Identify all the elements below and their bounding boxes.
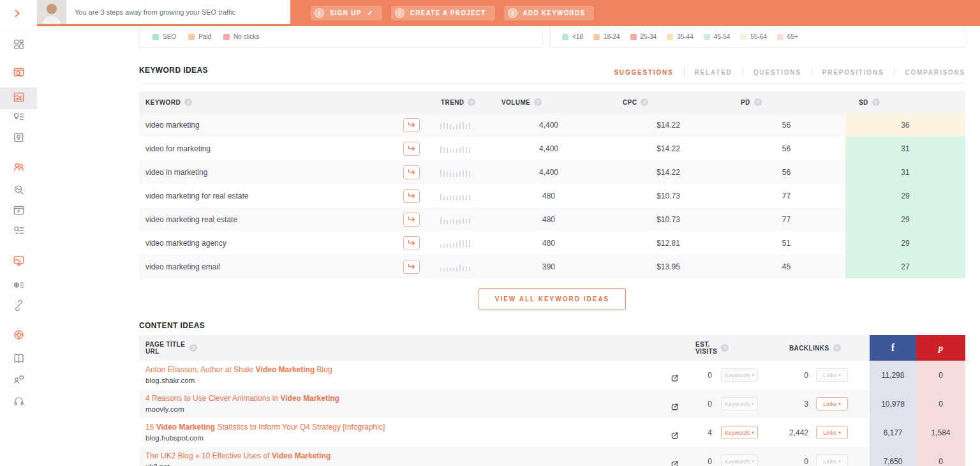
info-icon[interactable]: ? xyxy=(872,98,880,106)
sd-value: 36 xyxy=(845,113,965,137)
avatar xyxy=(37,0,66,24)
keyword-text: video marketing for real estate xyxy=(145,192,248,200)
onboarding-message-bar: You are 3 steps away from growing your S… xyxy=(37,0,290,26)
chevron-down-icon: ▾ xyxy=(752,430,755,435)
sidebar-item-support[interactable] xyxy=(0,391,37,412)
search-list-icon xyxy=(13,225,25,239)
copy-keyword-button[interactable] xyxy=(403,189,420,203)
info-icon[interactable]: ? xyxy=(754,98,762,106)
sidebar-item-backlink-overview[interactable] xyxy=(0,275,37,297)
chevron-down-icon: ▾ xyxy=(838,459,841,464)
copy-keyword-button[interactable] xyxy=(403,236,420,250)
legend-swatch xyxy=(630,34,637,40)
chevron-down-icon: ▾ xyxy=(752,459,755,464)
info-icon[interactable]: ? xyxy=(468,98,475,106)
step-create-project[interactable]: 2 CREATE A PROJECT xyxy=(391,6,495,20)
keywords-dropdown[interactable]: Keywords▾ xyxy=(721,368,758,382)
sidebar-item-academy[interactable] xyxy=(0,349,37,370)
facebook-shares-value: 10,978 xyxy=(870,389,916,418)
sidebar-item-dashboard[interactable] xyxy=(0,34,37,56)
sidebar-item-content-ideas[interactable] xyxy=(0,128,37,149)
info-icon[interactable]: ? xyxy=(721,344,729,352)
step-add-keywords[interactable]: 3 ADD KEYWORDS xyxy=(504,6,595,20)
copy-keyword-button[interactable] xyxy=(403,142,420,156)
content-ideas-title: CONTENT IDEAS xyxy=(139,321,205,330)
age-range-legend-card: <18 18-24 25-34 35-44 45-54 55-64 65+ xyxy=(550,26,965,48)
sidebar-item-competitor-analysis[interactable] xyxy=(0,157,37,179)
keyword-table-header: KEYWORD? TREND? VOLUME? CPC? PD? SD? xyxy=(139,91,965,113)
tab-separator xyxy=(812,68,812,76)
step-sign-up[interactable]: 1 SIGN UP ✓ xyxy=(311,6,382,20)
keyword-text: video marketing agency xyxy=(145,239,226,248)
links-dropdown[interactable]: Links▾ xyxy=(816,368,848,382)
info-icon[interactable]: ? xyxy=(189,344,197,352)
sidebar-item-keyword-overview[interactable] xyxy=(0,87,37,109)
info-icon[interactable]: ? xyxy=(641,98,648,106)
copy-keyword-button[interactable] xyxy=(403,213,420,227)
tab-comparisons[interactable]: COMPARISONS xyxy=(905,69,965,76)
facebook-column-header: f xyxy=(870,335,916,361)
legend-swatch xyxy=(667,34,673,40)
legend-item-age: 55-64 xyxy=(740,33,767,40)
external-link-icon[interactable] xyxy=(671,402,679,414)
trend-sparkline xyxy=(440,215,470,224)
volume-value: 480 xyxy=(488,207,609,231)
tab-suggestions[interactable]: SUGGESTIONS xyxy=(614,69,673,76)
globe-list-icon xyxy=(13,279,25,294)
links-dropdown[interactable]: Links▾ xyxy=(816,426,848,439)
keywords-dropdown[interactable]: Keywords▾ xyxy=(721,426,758,439)
pd-value: 77 xyxy=(727,207,845,231)
sidebar-item-site-audit[interactable] xyxy=(0,251,37,273)
links-dropdown[interactable]: Links▾ xyxy=(816,455,848,466)
content-row: The UK2 Blog » 10 Effective Uses of Vide… xyxy=(139,447,965,466)
sidebar xyxy=(0,26,37,466)
external-link-icon[interactable] xyxy=(671,460,679,466)
est-visits-value: 0 xyxy=(693,371,712,380)
sidebar-item-traffic-analyzer[interactable] xyxy=(0,63,37,84)
view-all-keyword-ideas-button[interactable]: VIEW ALL KEYWORD IDEAS xyxy=(479,288,627,310)
content-page-url: moovly.com xyxy=(145,405,689,413)
info-icon[interactable]: ? xyxy=(534,98,542,106)
tab-prepositions[interactable]: PREPOSITIONS xyxy=(822,69,884,76)
sidebar-item-keyword-lists[interactable] xyxy=(0,221,37,243)
keywords-dropdown[interactable]: Keywords▾ xyxy=(721,455,758,466)
cpc-value: $10.73 xyxy=(609,184,727,207)
sidebar-item-backlink-opportunities[interactable] xyxy=(0,296,37,317)
column-header-sd: SD xyxy=(859,99,868,106)
legend-swatch xyxy=(152,34,159,40)
copy-keyword-button[interactable] xyxy=(403,165,420,179)
sidebar-item-help[interactable] xyxy=(0,325,37,347)
content-page-link[interactable]: Anton Eliasson, Author at Shakr Video Ma… xyxy=(145,365,689,375)
content-page-link[interactable]: The UK2 Blog » 10 Effective Uses of Vide… xyxy=(145,451,689,461)
legend-item-age: <18 xyxy=(562,33,583,40)
links-dropdown[interactable]: Links▾ xyxy=(816,397,848,410)
sidebar-item-keyword-ideas[interactable] xyxy=(0,107,37,129)
pd-value: 56 xyxy=(727,113,845,137)
sidebar-item-community[interactable] xyxy=(0,370,37,391)
keyword-row: video marketing 4,400 $14.22 56 36 xyxy=(139,113,965,137)
copy-keyword-button[interactable] xyxy=(403,260,420,274)
keywords-dropdown[interactable]: Keywords▾ xyxy=(721,397,758,410)
facebook-shares-value: 6,177 xyxy=(870,418,916,447)
info-icon[interactable]: ? xyxy=(833,344,841,352)
onboarding-message: You are 3 steps away from growing your S… xyxy=(75,8,235,16)
keyword-text: video marketing email xyxy=(145,262,220,271)
check-icon: ✓ xyxy=(368,9,373,17)
trend-sparkline xyxy=(440,121,470,130)
copy-keyword-button[interactable] xyxy=(403,118,420,132)
content-page-link[interactable]: 16 Video Marketing Statistics to Inform … xyxy=(145,423,689,432)
trend-sparkline xyxy=(440,144,470,153)
sd-value: 29 xyxy=(845,231,965,255)
external-link-icon[interactable] xyxy=(671,431,679,442)
external-link-icon[interactable] xyxy=(671,373,679,385)
pinterest-shares-value: 0 xyxy=(916,361,965,389)
content-page-link[interactable]: 4 Reasons to Use Clever Animations in Vi… xyxy=(145,394,689,403)
column-header-page-title: PAGE TITLE xyxy=(145,341,185,348)
info-icon[interactable]: ? xyxy=(184,98,192,106)
sidebar-expand-chevron-icon[interactable] xyxy=(12,8,22,21)
sidebar-item-keyword-visualization[interactable] xyxy=(0,180,37,202)
tab-related[interactable]: RELATED xyxy=(695,69,732,76)
cpc-value: $12.81 xyxy=(609,231,727,255)
sidebar-item-rank-tracking[interactable] xyxy=(0,200,37,222)
tab-questions[interactable]: QUESTIONS xyxy=(754,69,801,76)
